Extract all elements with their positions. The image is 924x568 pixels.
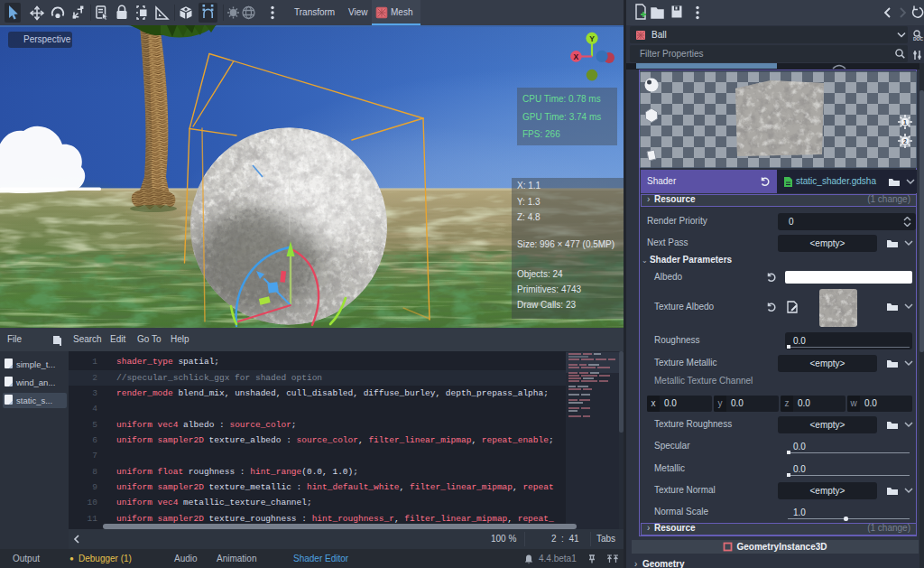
svg-text:DOC: DOC	[913, 36, 924, 42]
svg-text:1: 1	[903, 119, 907, 126]
svg-text:Y: Y	[589, 34, 595, 43]
svg-text:X: X	[574, 52, 579, 61]
svg-text:2: 2	[903, 138, 907, 144]
